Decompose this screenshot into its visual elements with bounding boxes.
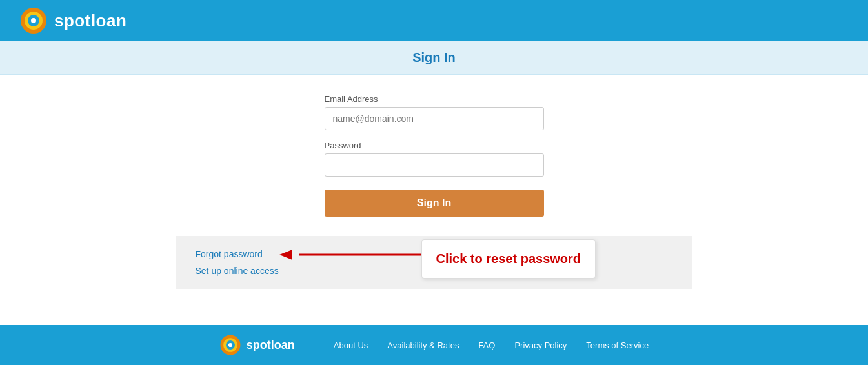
footer-link-availability[interactable]: Availability & Rates xyxy=(387,340,459,350)
form-container: Email Address Password Sign In xyxy=(325,94,544,217)
callout-text: Click to reset password xyxy=(436,252,581,266)
svg-marker-5 xyxy=(279,250,292,260)
svg-point-3 xyxy=(31,18,36,23)
signin-button[interactable]: Sign In xyxy=(325,190,544,217)
email-group: Email Address xyxy=(325,94,544,130)
footer-link-privacy[interactable]: Privacy Policy xyxy=(514,340,567,350)
email-label: Email Address xyxy=(325,94,544,104)
email-input[interactable] xyxy=(325,107,544,130)
footer-logo-icon xyxy=(219,334,241,356)
links-box: Forgot password Set up online access Cli… xyxy=(176,236,692,289)
callout-container: Click to reset password xyxy=(421,239,596,279)
spotloan-logo-icon xyxy=(19,6,48,35)
footer-link-faq[interactable]: FAQ xyxy=(478,340,495,350)
main-content: Email Address Password Sign In Forgot pa… xyxy=(0,75,868,325)
footer-links: About Us Availability & Rates FAQ Privac… xyxy=(334,340,649,350)
password-input[interactable] xyxy=(325,153,544,177)
signin-banner: Sign In xyxy=(0,41,868,75)
footer-link-about[interactable]: About Us xyxy=(334,340,368,350)
logo-text: spotloan xyxy=(54,11,126,31)
password-label: Password xyxy=(325,141,544,150)
logo-container: spotloan xyxy=(19,6,126,35)
header: spotloan xyxy=(0,0,868,41)
signin-banner-title: Sign In xyxy=(412,50,456,64)
footer-link-terms[interactable]: Terms of Service xyxy=(586,340,649,350)
footer: spotloan About Us Availability & Rates F… xyxy=(0,325,868,365)
footer-logo: spotloan xyxy=(219,334,295,356)
callout-box: Click to reset password xyxy=(421,239,596,279)
footer-logo-text: spotloan xyxy=(247,339,295,352)
password-group: Password xyxy=(325,141,544,177)
svg-point-9 xyxy=(228,343,232,347)
callout-arrow xyxy=(279,248,421,274)
